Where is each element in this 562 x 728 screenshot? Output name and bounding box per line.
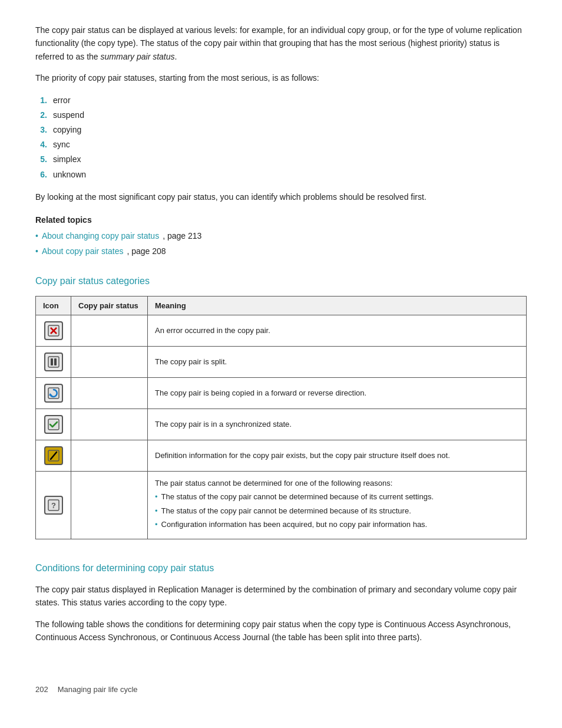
list-text: copying	[53, 123, 81, 137]
icon-cell-unknown: ?	[36, 471, 71, 539]
footer: 202 Managing pair life cycle	[35, 679, 527, 694]
conditions-heading: Conditions for determining copy pair sta…	[35, 563, 527, 574]
table-row: The copy pair is being copied in a forwa…	[36, 377, 527, 409]
unknown-bullet: The status of the copy pair cannot be de…	[155, 491, 519, 503]
related-link-item: About changing copy pair status , page 2…	[35, 229, 527, 242]
svg-rect-5	[54, 358, 57, 365]
table-row: The copy pair is split.	[36, 346, 527, 377]
split-icon	[44, 353, 63, 371]
conditions-para1: The copy pair status displayed in Replic…	[35, 583, 527, 610]
meaning-cell-copy: The copy pair is being copied in a forwa…	[148, 377, 527, 409]
footer-text: Managing pair life cycle	[58, 685, 138, 694]
copy-icon	[44, 384, 63, 403]
list-text: suspend	[53, 108, 84, 123]
icon-cell-def	[36, 440, 71, 471]
unknown-bullets-list: The status of the copy pair cannot be de…	[155, 491, 519, 531]
icon-cell-copy	[36, 377, 71, 409]
conditions-para2: The following table shows the conditions…	[35, 618, 527, 644]
unknown-bullet: The status of the copy pair cannot be de…	[155, 505, 519, 517]
sync-icon	[44, 415, 63, 434]
table-row-unknown: ? The pair status cannot be determined f…	[36, 471, 527, 539]
list-num: 3.	[35, 123, 47, 137]
meaning-cell-unknown: The pair status cannot be determined for…	[148, 471, 527, 539]
def-icon	[44, 446, 63, 465]
svg-rect-3	[48, 357, 59, 367]
conditions-section: Conditions for determining copy pair sta…	[35, 563, 527, 644]
list-item: 4. sync	[35, 137, 527, 152]
list-item: 5. simplex	[35, 152, 527, 167]
list-num: 5.	[35, 152, 47, 167]
intro-para1: The copy pair status can be displayed at…	[35, 24, 527, 63]
status-section-heading: Copy pair status categories	[35, 276, 527, 286]
table-row: The copy pair is in a synchronized state…	[36, 409, 527, 440]
related-topics-list: About changing copy pair status , page 2…	[35, 229, 527, 258]
unknown-bullet: Configuration information has been acqui…	[155, 519, 519, 531]
related-link-1[interactable]: About changing copy pair status	[42, 229, 159, 242]
unknown-icon: ?	[44, 496, 63, 515]
related-topics-section: Related topics About changing copy pair …	[35, 215, 527, 258]
table-header-meaning: Meaning	[148, 296, 527, 315]
meaning-cell-split: The copy pair is split.	[148, 346, 527, 377]
error-icon	[44, 321, 63, 340]
list-num: 4.	[35, 137, 47, 152]
table-header-icon: Icon	[36, 296, 71, 315]
icon-cell-split	[36, 346, 71, 377]
status-cell-sync	[71, 409, 148, 440]
related-link-2-suffix: , page 208	[127, 245, 166, 258]
list-item: 1. error	[35, 93, 527, 108]
svg-text:?: ?	[51, 501, 56, 510]
italic-phrase: summary pair status	[101, 52, 175, 61]
status-cell-split	[71, 346, 148, 377]
related-link-item: About copy pair states , page 208	[35, 245, 527, 258]
related-link-2[interactable]: About copy pair states	[42, 245, 124, 258]
list-text: simplex	[53, 152, 81, 167]
list-num: 1.	[35, 93, 47, 108]
list-item: 3. copying	[35, 123, 527, 137]
by-looking-para: By looking at the most significant copy …	[35, 190, 527, 203]
page-number: 202	[35, 685, 48, 694]
table-row: An error occurred in the copy pair.	[36, 315, 527, 346]
status-cell-unknown	[71, 471, 148, 539]
related-topics-heading: Related topics	[35, 215, 527, 225]
meaning-cell-sync: The copy pair is in a synchronized state…	[148, 409, 527, 440]
list-item: 6. unknown	[35, 167, 527, 182]
icon-cell-sync	[36, 409, 71, 440]
list-num: 2.	[35, 108, 47, 123]
svg-rect-4	[51, 358, 53, 365]
list-text: unknown	[53, 167, 86, 182]
intro-para2: The priority of copy pair statuses, star…	[35, 71, 527, 84]
unknown-meaning-intro: The pair status cannot be determined for…	[155, 479, 392, 487]
status-cell-def	[71, 440, 148, 471]
related-link-1-suffix: , page 213	[163, 229, 201, 242]
list-num: 6.	[35, 167, 47, 182]
list-item: 2. suspend	[35, 108, 527, 123]
meaning-cell-def: Definition information for the copy pair…	[148, 440, 527, 471]
table-row: Definition information for the copy pair…	[36, 440, 527, 471]
status-table: Icon Copy pair status Meaning An error o…	[35, 296, 527, 539]
priority-list: 1. error 2. suspend 3. copying 4. sync 5…	[35, 93, 527, 182]
status-cell-copy	[71, 377, 148, 409]
icon-cell-error	[36, 315, 71, 346]
list-text: sync	[53, 137, 70, 152]
status-cell-error	[71, 315, 148, 346]
list-text: error	[53, 93, 71, 108]
table-header-status: Copy pair status	[71, 296, 148, 315]
meaning-cell-error: An error occurred in the copy pair.	[148, 315, 527, 346]
